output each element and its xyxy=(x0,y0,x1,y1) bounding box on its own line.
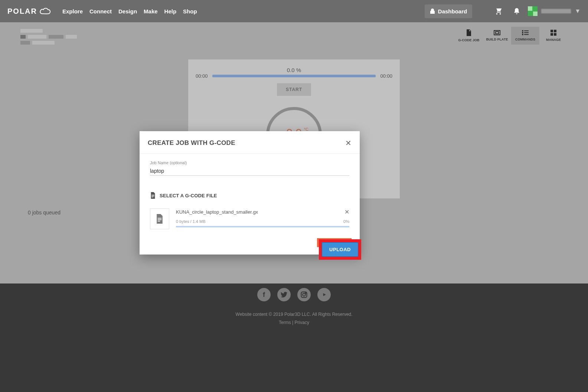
dialog-footer: CANCEL UPLOAD xyxy=(140,231,360,255)
bell-icon[interactable] xyxy=(513,7,520,15)
file-name: KUNA_circle_laptop_stand_smaller.gx xyxy=(176,209,258,215)
user-name-redacted xyxy=(541,9,571,13)
twitter-icon[interactable] xyxy=(277,288,291,301)
upload-highlight: UPLOAD xyxy=(319,239,361,260)
facebook-icon[interactable]: f xyxy=(257,288,271,301)
footer: f Website content © 2019 Polar3D LLC. Al… xyxy=(0,284,588,392)
file-info: KUNA_circle_laptop_stand_smaller.gx ✕ 0 … xyxy=(176,208,349,227)
copyright: Website content © 2019 Polar3D LLC. All … xyxy=(236,312,353,317)
svg-rect-16 xyxy=(158,219,161,220)
legal: Website content © 2019 Polar3D LLC. All … xyxy=(0,306,588,392)
dashboard-button[interactable]: Dashboard xyxy=(425,4,472,18)
remove-file-icon[interactable]: ✕ xyxy=(344,208,349,216)
cloud-icon xyxy=(37,7,51,15)
legal-links: Terms | Privacy xyxy=(279,320,309,325)
create-job-dialog: CREATE JOB WITH G-CODE ✕ Job Name (optio… xyxy=(140,131,360,255)
dialog-body: Job Name (optional) SELECT A G-CODE FILE… xyxy=(140,154,360,231)
close-icon[interactable]: ✕ xyxy=(345,139,352,148)
instagram-icon[interactable] xyxy=(297,288,311,301)
user-menu[interactable]: ▼ xyxy=(528,6,581,16)
document-icon xyxy=(150,192,156,199)
social-icons: f xyxy=(0,284,588,306)
nav-shop[interactable]: Shop xyxy=(183,8,197,14)
dialog-header: CREATE JOB WITH G-CODE ✕ xyxy=(140,131,360,154)
cart-icon[interactable] xyxy=(494,7,503,15)
svg-rect-15 xyxy=(158,218,161,218)
terms-link[interactable]: Terms xyxy=(279,320,291,325)
nav-links: Explore Connect Design Make Help Shop xyxy=(62,8,197,14)
file-row: KUNA_circle_laptop_stand_smaller.gx ✕ 0 … xyxy=(150,208,349,229)
dialog-title: CREATE JOB WITH G-CODE xyxy=(148,139,235,147)
svg-point-19 xyxy=(303,293,306,296)
file-size: 0 bytes / 1.4 MB xyxy=(176,219,205,224)
nav-design[interactable]: Design xyxy=(118,8,137,14)
file-progress-bar xyxy=(176,226,349,227)
nav-make[interactable]: Make xyxy=(144,8,158,14)
select-file-title: SELECT A G-CODE FILE xyxy=(160,193,217,198)
nav-explore[interactable]: Explore xyxy=(62,8,83,14)
svg-rect-17 xyxy=(158,221,160,221)
job-name-label: Job Name (optional) xyxy=(150,161,349,165)
job-name-input[interactable] xyxy=(150,166,349,176)
file-upload-percent: 0% xyxy=(343,219,349,224)
nav-connect[interactable]: Connect xyxy=(89,8,112,14)
svg-point-20 xyxy=(305,292,306,293)
caret-down-icon: ▼ xyxy=(575,8,581,14)
file-icon xyxy=(150,208,169,229)
top-icons xyxy=(494,7,520,15)
privacy-link[interactable]: Privacy xyxy=(295,320,309,325)
svg-rect-12 xyxy=(151,195,154,195)
youtube-icon[interactable] xyxy=(317,288,331,301)
svg-rect-14 xyxy=(151,197,153,197)
top-nav: POLAR Explore Connect Design Make Help S… xyxy=(0,0,588,22)
avatar xyxy=(528,6,538,16)
select-file-heading: SELECT A G-CODE FILE xyxy=(150,192,349,199)
logo-text: POLAR xyxy=(7,7,37,16)
logo[interactable]: POLAR xyxy=(7,7,51,16)
upload-button[interactable]: UPLOAD xyxy=(322,242,358,257)
svg-rect-13 xyxy=(151,196,154,196)
nav-help[interactable]: Help xyxy=(164,8,177,14)
dashboard-label: Dashboard xyxy=(438,8,467,14)
lock-icon xyxy=(430,8,435,14)
